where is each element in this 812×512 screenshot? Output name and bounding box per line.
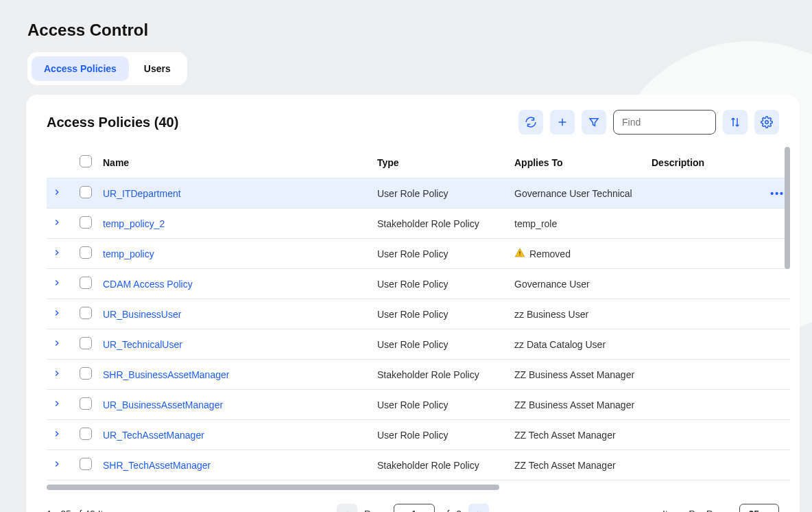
column-header-name[interactable]: Name <box>97 147 372 178</box>
policy-type: User Role Policy <box>372 420 509 450</box>
expand-row-button[interactable] <box>52 459 62 469</box>
policy-applies-to: Governance User <box>509 269 646 299</box>
expand-row-button[interactable] <box>52 338 62 348</box>
panel-title: Access Policies (40) <box>47 115 178 130</box>
row-checkbox[interactable] <box>80 216 92 229</box>
svg-point-1 <box>765 121 769 124</box>
policy-name-link[interactable]: UR_BusinessAssetManager <box>103 399 223 410</box>
policy-name-link[interactable]: UR_ITDepartment <box>103 188 181 199</box>
row-checkbox[interactable] <box>80 277 92 289</box>
policy-applies-to: Removed <box>509 239 646 269</box>
policy-description <box>646 329 763 360</box>
policy-name-link[interactable]: temp_policy <box>103 248 154 259</box>
policy-type: User Role Policy <box>372 269 509 299</box>
policy-name-link[interactable]: SHR_TechAssetManager <box>103 460 211 471</box>
filter-button[interactable] <box>582 110 606 135</box>
column-header-type[interactable]: Type <box>372 147 509 178</box>
filter-icon <box>588 116 600 128</box>
policy-type: User Role Policy <box>372 329 509 360</box>
policy-type: Stakeholder Role Policy <box>372 209 509 239</box>
row-checkbox[interactable] <box>80 246 92 259</box>
table-row[interactable]: UR_TechAssetManagerUser Role PolicyZZ Te… <box>47 420 790 450</box>
add-button[interactable] <box>550 110 575 135</box>
find-input-wrapper[interactable] <box>613 110 716 135</box>
row-checkbox[interactable] <box>80 458 92 470</box>
column-header-applies-to[interactable]: Applies To <box>509 147 646 178</box>
settings-button[interactable] <box>754 110 779 135</box>
table-row[interactable]: UR_BusinessAssetManagerUser Role PolicyZ… <box>47 390 790 420</box>
row-checkbox[interactable] <box>80 337 92 349</box>
policy-description <box>646 269 763 299</box>
sort-icon <box>729 116 741 128</box>
policy-applies-to: Governance User Technical <box>509 178 646 209</box>
table-row[interactable]: SHR_BusinessAssetManagerStakeholder Role… <box>47 360 790 390</box>
warning-icon <box>514 247 525 260</box>
policy-description <box>646 239 763 269</box>
policy-description <box>646 360 763 390</box>
table-row[interactable]: SHR_TechAssetManagerStakeholder Role Pol… <box>47 450 790 480</box>
select-all-checkbox[interactable] <box>80 155 92 167</box>
expand-row-button[interactable] <box>52 278 62 288</box>
refresh-icon <box>525 116 537 128</box>
sort-button[interactable] <box>723 110 748 135</box>
items-per-page-select[interactable]: 25 <box>739 504 779 512</box>
expand-row-button[interactable] <box>52 399 62 408</box>
policy-applies-to: ZZ Tech Asset Manager <box>509 420 646 450</box>
prev-page-button[interactable] <box>337 504 357 512</box>
refresh-button[interactable] <box>518 110 543 135</box>
horizontal-scrollbar[interactable] <box>47 485 499 490</box>
policy-description <box>646 178 763 209</box>
policy-type: Stakeholder Role Policy <box>372 360 509 390</box>
policy-type: User Role Policy <box>372 390 509 420</box>
expand-row-button[interactable] <box>52 187 62 197</box>
policy-type: Stakeholder Role Policy <box>372 450 509 480</box>
gear-icon <box>761 116 773 128</box>
page-input[interactable] <box>394 504 435 512</box>
items-per-page-label: Items Per Page: <box>662 509 731 512</box>
row-checkbox[interactable] <box>80 397 92 410</box>
table-container: Name Type Applies To Description UR_ITDe… <box>47 147 790 480</box>
table-row[interactable]: UR_ITDepartmentUser Role PolicyGovernanc… <box>47 178 790 209</box>
policy-applies-to: temp_role <box>509 209 646 239</box>
toolbar <box>518 110 779 135</box>
policy-applies-to: ZZ Tech Asset Manager <box>509 450 646 480</box>
expand-row-button[interactable] <box>52 369 62 378</box>
next-page-button[interactable] <box>468 504 489 512</box>
policy-name-link[interactable]: CDAM Access Policy <box>103 279 193 290</box>
row-checkbox[interactable] <box>80 428 92 440</box>
policy-name-link[interactable]: SHR_BusinessAssetManager <box>103 369 229 380</box>
page-title: Access Control <box>27 21 812 40</box>
expand-row-button[interactable] <box>52 218 62 227</box>
plus-icon <box>556 116 569 128</box>
table-row[interactable]: CDAM Access PolicyUser Role PolicyGovern… <box>47 269 790 299</box>
policy-description <box>646 420 763 450</box>
vertical-scrollbar[interactable] <box>785 147 790 269</box>
tab-bar: Access PoliciesUsers <box>27 52 187 85</box>
expand-row-button[interactable] <box>52 429 62 439</box>
row-actions-button[interactable]: ••• <box>770 188 785 199</box>
tab-access-policies[interactable]: Access Policies <box>32 56 129 81</box>
policy-applies-to: ZZ Business Asset Manager <box>509 390 646 420</box>
row-checkbox[interactable] <box>80 186 92 198</box>
policy-name-link[interactable]: temp_policy_2 <box>103 218 165 229</box>
policy-description <box>646 209 763 239</box>
policy-type: User Role Policy <box>372 299 509 329</box>
policy-description <box>646 450 763 480</box>
policy-name-link[interactable]: UR_TechnicalUser <box>103 339 182 350</box>
row-checkbox[interactable] <box>80 307 92 319</box>
policy-applies-to: zz Data Catalog User <box>509 329 646 360</box>
table-row[interactable]: UR_TechnicalUserUser Role Policyzz Data … <box>47 329 790 360</box>
policies-table: Name Type Applies To Description UR_ITDe… <box>47 147 790 480</box>
expand-row-button[interactable] <box>52 308 62 318</box>
total-pages: 2 <box>456 509 462 512</box>
table-row[interactable]: UR_BusinessUserUser Role Policyzz Busine… <box>47 299 790 329</box>
table-row[interactable]: temp_policy_2Stakeholder Role Policytemp… <box>47 209 790 239</box>
policy-name-link[interactable]: UR_TechAssetManager <box>103 430 204 441</box>
expand-row-button[interactable] <box>52 248 62 257</box>
table-row[interactable]: temp_policyUser Role PolicyRemoved <box>47 239 790 269</box>
row-checkbox[interactable] <box>80 367 92 380</box>
tab-users[interactable]: Users <box>132 56 183 81</box>
column-header-description[interactable]: Description <box>646 147 763 178</box>
policy-name-link[interactable]: UR_BusinessUser <box>103 309 181 320</box>
policy-type: User Role Policy <box>372 239 509 269</box>
